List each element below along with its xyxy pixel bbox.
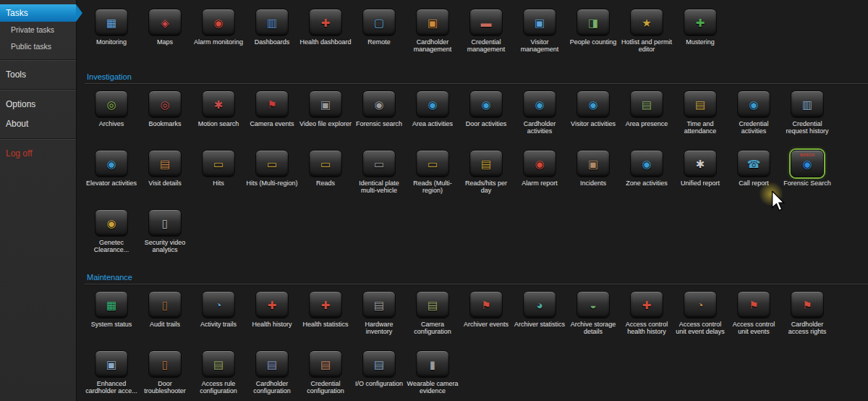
task-visit-details[interactable]: ▤Visit details <box>138 147 192 206</box>
task-access-control-unit-event-delays[interactable]: ◔Access control unit event delays <box>673 288 727 347</box>
task-motion-search[interactable]: ✱Motion search <box>192 88 245 147</box>
task-label: Bookmarks <box>148 120 181 127</box>
icon-glyph: ⚑ <box>802 300 812 311</box>
task-access-control-health-history[interactable]: ✚Access control health history <box>620 288 673 347</box>
task-forensic-search[interactable]: ◉Forensic search <box>352 88 406 147</box>
sidebar-item-about[interactable]: About <box>0 114 76 134</box>
task-door-activities[interactable]: ◉Door activities <box>459 88 513 147</box>
task-alarm-monitoring[interactable]: ◉Alarm monitoring <box>192 6 245 65</box>
task-credential-configuration[interactable]: ▤Credential configuration <box>299 347 352 401</box>
hits-icon: ▭ <box>202 150 235 177</box>
camera-events-icon: ⚑ <box>255 90 289 118</box>
task-archive-storage-details[interactable]: ◒Archive storage details <box>566 288 620 347</box>
people-counting-icon: ◨ <box>576 9 610 36</box>
sidebar-item-tasks[interactable]: Tasks <box>0 4 76 22</box>
task-label: Visitor activities <box>571 120 616 127</box>
task-activity-trails[interactable]: ◔Activity trails <box>192 288 245 347</box>
sidebar-divider <box>0 59 76 61</box>
icon-glyph: ◔ <box>697 300 703 311</box>
task-credential-management[interactable]: ▬Credential management <box>459 6 513 65</box>
task-archiver-events[interactable]: ⚑Archiver events <box>459 288 513 347</box>
task-hits[interactable]: ▭Hits <box>192 147 245 206</box>
task-reads-hits-per-day[interactable]: ▤Reads/hits per day <box>459 147 513 206</box>
access-control-unit-event-delays-icon: ◔ <box>684 291 717 318</box>
task-door-troubleshooter[interactable]: ▯Door troubleshooter <box>138 347 192 401</box>
task-camera-events[interactable]: ⚑Camera events <box>245 88 299 147</box>
task-unified-report[interactable]: ✱Unified report <box>673 147 727 206</box>
task-cardholder-management[interactable]: ▣Cardholder management <box>406 6 459 65</box>
task-access-control-unit-events[interactable]: ⚑Access control unit events <box>727 288 780 347</box>
task-hotlist-and-permit-editor[interactable]: ★Hotlist and permit editor <box>620 6 673 65</box>
icon-glyph: ▦ <box>106 17 116 28</box>
task-area-presence[interactable]: ▤Area presence <box>620 88 673 147</box>
icon-glyph: ◨ <box>588 17 598 28</box>
task-people-counting[interactable]: ◨People counting <box>566 6 620 65</box>
task-hits-multi-region[interactable]: ▭Hits (Multi-region) <box>245 147 299 206</box>
icon-glyph: ✚ <box>321 17 331 28</box>
cardholder-configuration-icon: ▤ <box>255 350 289 378</box>
task-hardware-inventory[interactable]: ▤Hardware inventory <box>352 288 406 347</box>
task-reads[interactable]: ▭Reads <box>299 147 352 206</box>
sidebar-divider <box>0 138 76 140</box>
sidebar-item-options[interactable]: Options <box>0 95 76 114</box>
task-mustering[interactable]: ✚Mustering <box>673 6 727 65</box>
task-forensic-search[interactable]: BOSCH◉Forensic Search <box>780 147 834 206</box>
task-time-and-attendance[interactable]: ▤Time and attendance <box>673 88 727 147</box>
task-access-rule-configuration[interactable]: ▤Access rule configuration <box>192 347 245 401</box>
cardholder-activities-icon: ◉ <box>523 90 556 118</box>
task-label: Cardholder access rights <box>781 321 833 336</box>
task-health-statistics[interactable]: ✚Health statistics <box>299 288 352 347</box>
task-system-status[interactable]: ▦System status <box>85 288 138 347</box>
enhanced-cardholder-access-icon: ▣ <box>95 350 128 378</box>
task-security-video-analytics[interactable]: ▯Security video analytics <box>138 206 192 266</box>
task-label: Area activities <box>412 120 453 127</box>
task-health-dashboard[interactable]: ✚Health dashboard <box>299 6 352 65</box>
task-genetec-clearance[interactable]: ◉Genetec Clearance... <box>85 206 138 266</box>
task-bookmarks[interactable]: ◎Bookmarks <box>138 88 192 147</box>
sidebar-item-log-off[interactable]: Log off <box>0 144 76 164</box>
task-label: People counting <box>570 38 617 46</box>
icon-glyph: ▦ <box>106 300 116 311</box>
section-divider-line <box>85 83 868 84</box>
task-wearable-camera-evidence[interactable]: ▮Wearable camera evidence <box>406 347 459 401</box>
task-reads-multi-region[interactable]: ▭Reads (Multi-region) <box>406 147 459 206</box>
task-cardholder-access-rights[interactable]: ⚑Cardholder access rights <box>780 288 834 347</box>
area-presence-icon: ▤ <box>630 90 663 118</box>
task-identical-plate-multi-vehicle[interactable]: ▭Identical plate multi-vehicle <box>352 147 406 206</box>
task-maps[interactable]: ◈Maps <box>138 6 192 65</box>
task-archives[interactable]: ◎Archives <box>85 88 138 147</box>
task-archiver-statistics[interactable]: ◕Archiver statistics <box>513 288 566 347</box>
task-alarm-report[interactable]: ◉Alarm report <box>513 147 566 206</box>
task-label: Credential configuration <box>299 380 352 395</box>
task-video-file-explorer[interactable]: ▣Video file explorer <box>299 88 352 147</box>
task-enhanced-cardholder-acce[interactable]: ▣Enhanced cardholder acce... <box>85 347 138 401</box>
task-monitoring[interactable]: ▦Monitoring <box>85 6 138 65</box>
access-control-unit-events-icon: ⚑ <box>737 291 770 318</box>
task-label: Activity trails <box>200 321 237 328</box>
task-visitor-activities[interactable]: ◉Visitor activities <box>566 88 620 147</box>
task-area-activities[interactable]: ◉Area activities <box>406 88 459 147</box>
icon-glyph: ◈ <box>161 17 169 28</box>
task-credential-request-history[interactable]: ▥Credential request history <box>780 88 834 147</box>
task-remote[interactable]: ▢Remote <box>352 6 406 65</box>
task-health-history[interactable]: ✚Health history <box>245 288 299 347</box>
task-camera-configuration[interactable]: ▤Camera configuration <box>406 288 459 347</box>
task-i-o-configuration[interactable]: ▤I/O configuration <box>352 347 406 401</box>
area-activities-icon: ◉ <box>416 90 449 118</box>
task-cardholder-activities[interactable]: ◉Cardholder activities <box>513 88 566 147</box>
mustering-icon: ✚ <box>684 9 717 36</box>
sidebar-item-private-tasks[interactable]: Private tasks <box>0 22 76 38</box>
task-cardholder-configuration[interactable]: ▤Cardholder configuration <box>245 347 299 401</box>
task-audit-trails[interactable]: ▯Audit trails <box>138 288 192 347</box>
door-troubleshooter-icon: ▯ <box>148 350 182 378</box>
sidebar-item-tools[interactable]: Tools <box>0 65 76 85</box>
task-credential-activities[interactable]: ◉Credential activities <box>727 88 780 147</box>
task-elevator-activities[interactable]: ◉Elevator activities <box>85 147 138 206</box>
task-visitor-management[interactable]: ▣Visitor management <box>513 6 566 65</box>
task-dashboards[interactable]: ▥Dashboards <box>245 6 299 65</box>
task-call-report[interactable]: ☎Call report <box>727 147 780 206</box>
task-incidents[interactable]: ▣Incidents <box>566 147 620 206</box>
task-zone-activities[interactable]: ◉Zone activities <box>620 147 673 206</box>
icon-glyph: ◉ <box>427 99 437 110</box>
sidebar-item-public-tasks[interactable]: Public tasks <box>0 38 76 55</box>
